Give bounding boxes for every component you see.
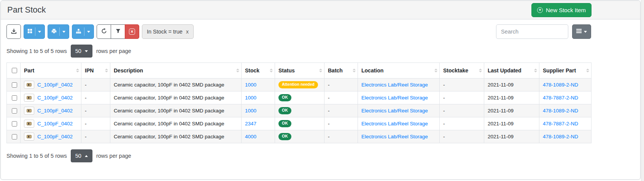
new-stock-item-label: New Stock Item: [546, 7, 586, 13]
table-row: C_100pF_0402 - Ceramic capacitor, 100pF …: [7, 130, 592, 143]
supplier-part-link[interactable]: 478-1089-2-ND: [543, 134, 578, 139]
download-icon: [11, 28, 17, 35]
status-cell: OK: [275, 91, 324, 104]
status-badge: OK: [278, 133, 291, 140]
column-header-ipn[interactable]: IPN: [81, 63, 110, 78]
column-header-location[interactable]: Location: [358, 63, 440, 78]
location-cell: Electronics Lab/Reel Storage: [358, 78, 440, 91]
capacitor-image: [27, 135, 32, 138]
remove-filters-button[interactable]: ×: [125, 24, 139, 39]
supplier-part-cell: 478-7887-2-ND: [539, 117, 592, 130]
ipn-cell: -: [81, 130, 110, 143]
row-checkbox[interactable]: [12, 108, 17, 114]
new-stock-item-button[interactable]: + New Stock Item: [531, 3, 592, 17]
row-checkbox[interactable]: [12, 82, 17, 88]
ipn-cell: -: [81, 104, 110, 117]
part-cell: C_100pF_0402: [21, 91, 81, 104]
column-header-supplier-part[interactable]: Supplier Part: [539, 63, 592, 78]
column-header-last-updated[interactable]: Last Updated: [484, 63, 539, 78]
ipn-cell: -: [81, 91, 110, 104]
stock-link[interactable]: 1000: [245, 95, 256, 101]
part-link[interactable]: C_100pF_0402: [37, 82, 73, 88]
pagination-bottom: Showing 1 to 5 of 5 rows 50 rows per pag…: [6, 149, 640, 162]
export-button[interactable]: [6, 24, 21, 39]
stock-actions-dropdown[interactable]: [72, 24, 94, 39]
part-link[interactable]: C_100pF_0402: [37, 121, 73, 127]
plus-circle-icon: +: [537, 7, 543, 13]
sort-icon: [76, 69, 79, 72]
supplier-part-link[interactable]: 478-7887-2-ND: [543, 121, 578, 127]
capacitor-image: [27, 96, 32, 99]
display-options-dropdown[interactable]: [24, 24, 45, 39]
toolbar: × In Stock = true x: [6, 24, 591, 39]
chevron-down-icon: [85, 50, 88, 52]
stock-link[interactable]: 1000: [245, 82, 256, 88]
location-link[interactable]: Electronics Lab/Reel Storage: [361, 95, 428, 101]
reload-button[interactable]: [97, 24, 111, 39]
showing-rows-text: Showing 1 to 5 of 5 rows: [6, 48, 67, 54]
column-select-button[interactable]: [572, 24, 591, 39]
row-checkbox[interactable]: [12, 121, 17, 127]
part-link[interactable]: C_100pF_0402: [37, 108, 73, 114]
status-badge: OK: [278, 94, 291, 101]
filter-chip-remove[interactable]: x: [186, 29, 189, 34]
supplier-part-link[interactable]: 478-7887-2-ND: [543, 95, 578, 101]
part-thumbnail: [24, 133, 34, 141]
stock-link[interactable]: 2347: [245, 121, 256, 127]
location-cell: Electronics Lab/Reel Storage: [358, 104, 440, 117]
page-size-value: 50: [75, 48, 81, 54]
stock-link[interactable]: 1000: [245, 108, 256, 114]
rows-per-page-label: rows per page: [96, 153, 131, 159]
part-link[interactable]: C_100pF_0402: [37, 95, 73, 101]
column-header-part[interactable]: Part: [21, 63, 81, 78]
column-header-stock[interactable]: Stock: [242, 63, 275, 78]
filter-button[interactable]: [111, 24, 125, 39]
stock-link[interactable]: 4000: [245, 134, 256, 139]
location-link[interactable]: Electronics Lab/Reel Storage: [361, 82, 428, 88]
print-dropdown[interactable]: [48, 24, 69, 39]
column-header-description[interactable]: Description: [110, 63, 242, 78]
filter-chip: In Stock = true x: [142, 24, 194, 39]
search-input[interactable]: [496, 24, 568, 39]
status-cell: OK: [275, 130, 324, 143]
table-row: C_100pF_0402 - Ceramic capacitor, 100pF …: [7, 117, 592, 130]
sort-icon: [586, 69, 589, 72]
stocktake-cell: -: [440, 104, 484, 117]
page-title: Part Stock: [7, 5, 46, 15]
supplier-part-cell: 478-1089-2-ND: [539, 78, 592, 91]
chevron-down-icon: [584, 31, 587, 33]
row-checkbox[interactable]: [12, 95, 17, 101]
supplier-part-link[interactable]: 478-1089-2-ND: [543, 108, 578, 114]
column-header-status[interactable]: Status: [275, 63, 324, 78]
supplier-part-cell: 478-1089-2-ND: [539, 104, 592, 117]
sort-icon: [270, 69, 273, 72]
page-size-value: 50: [75, 153, 81, 159]
supplier-part-cell: 478-7887-2-ND: [539, 91, 592, 104]
column-header-batch[interactable]: Batch: [324, 63, 358, 78]
showing-rows-text: Showing 1 to 5 of 5 rows: [6, 153, 67, 159]
capacitor-image: [27, 109, 32, 112]
description-cell: Ceramic capacitor, 100pF in 0402 SMD pac…: [110, 130, 242, 143]
row-checkbox[interactable]: [12, 134, 17, 139]
location-link[interactable]: Electronics Lab/Reel Storage: [361, 121, 428, 127]
location-link[interactable]: Electronics Lab/Reel Storage: [361, 134, 428, 139]
part-cell: C_100pF_0402: [21, 117, 81, 130]
toolbar-right: [496, 24, 591, 39]
part-cell: C_100pF_0402: [21, 104, 81, 117]
last-updated-cell: 2021-11-09: [484, 130, 539, 143]
sort-icon: [434, 69, 437, 72]
page-size-dropdown[interactable]: 50: [71, 149, 92, 162]
supplier-part-link[interactable]: 478-1089-2-ND: [543, 82, 578, 88]
sort-icon: [353, 69, 356, 72]
page-size-dropdown[interactable]: 50: [71, 45, 92, 58]
ipn-cell: -: [81, 78, 110, 91]
location-link[interactable]: Electronics Lab/Reel Storage: [361, 108, 428, 114]
row-checkbox-cell: [7, 91, 21, 104]
scrollbar[interactable]: [641, 0, 644, 181]
select-all-checkbox[interactable]: [12, 68, 17, 73]
location-cell: Electronics Lab/Reel Storage: [358, 117, 440, 130]
column-header-stocktake[interactable]: Stocktake: [440, 63, 484, 78]
part-link[interactable]: C_100pF_0402: [37, 134, 73, 139]
ipn-cell: -: [81, 117, 110, 130]
list-icon: [576, 29, 582, 35]
